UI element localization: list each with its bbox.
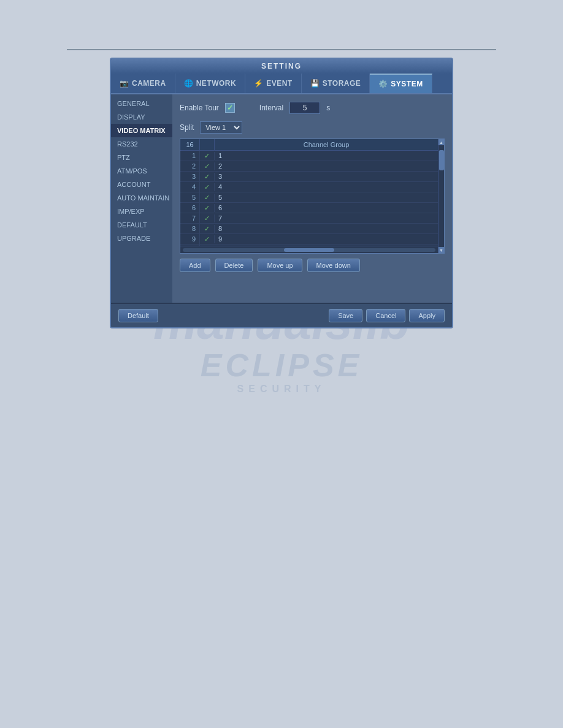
sidebar-item-auto-maintain[interactable]: AUTO MAINTAIN: [111, 191, 172, 205]
cancel-button[interactable]: Cancel: [366, 309, 405, 322]
storage-icon: 💾: [310, 79, 320, 88]
scroll-down-button[interactable]: ▼: [439, 247, 445, 253]
header-num: 16: [180, 139, 200, 150]
title-bar: SETTING: [111, 59, 452, 74]
apply-button[interactable]: Apply: [409, 309, 445, 322]
sidebar-item-imp-exp[interactable]: IMP/EXP: [111, 205, 172, 218]
settings-window: SETTING 📷 CAMERA 🌐 NETWORK ⚡ EVENT 💾 STO…: [110, 58, 453, 328]
sidebar: GENERAL DISPLAY VIDEO MATRIX RS232 PTZ A…: [111, 94, 172, 303]
table-row[interactable]: 1 ✓ 1: [180, 151, 438, 161]
main-panel: Enable Tour ✓ Interval s Split View 1 Vi…: [172, 94, 452, 303]
table-row[interactable]: 9 ✓ 9: [180, 234, 438, 245]
sidebar-item-upgrade[interactable]: UPGRADE: [111, 232, 172, 245]
tab-camera[interactable]: 📷 CAMERA: [111, 74, 175, 93]
sidebar-item-display[interactable]: DISPLAY: [111, 110, 172, 124]
scroll-up-button[interactable]: ▲: [439, 139, 445, 145]
window-title: SETTING: [261, 62, 302, 70]
table-wrapper: 16 Channel Group 1 ✓ 1: [180, 139, 444, 253]
interval-input[interactable]: [289, 102, 320, 114]
default-button[interactable]: Default: [118, 309, 158, 322]
table-inner: 16 Channel Group 1 ✓ 1: [180, 139, 438, 253]
add-button[interactable]: Add: [180, 259, 210, 272]
content-area: GENERAL DISPLAY VIDEO MATRIX RS232 PTZ A…: [111, 94, 452, 303]
network-icon: 🌐: [184, 79, 194, 88]
table-row[interactable]: 2 ✓ 2: [180, 161, 438, 172]
table-body: 1 ✓ 1 2 ✓ 2 3 ✓: [180, 151, 438, 246]
sidebar-item-ptz[interactable]: PTZ: [111, 151, 172, 164]
camera-icon: 📷: [120, 79, 129, 88]
table-row[interactable]: 5 ✓ 5: [180, 192, 438, 203]
move-down-button[interactable]: Move down: [307, 259, 360, 272]
move-up-button[interactable]: Move up: [258, 259, 302, 272]
tab-network[interactable]: 🌐 NETWORK: [175, 74, 246, 93]
table-row[interactable]: 6 ✓ 6: [180, 203, 438, 213]
header-check: [200, 139, 215, 150]
event-icon: ⚡: [254, 79, 264, 88]
system-icon: ⚙️: [378, 80, 388, 88]
sidebar-item-atm-pos[interactable]: ATM/POS: [111, 164, 172, 178]
table-row[interactable]: 8 ✓ 8: [180, 224, 438, 234]
tab-system[interactable]: ⚙️ SYSTEM: [370, 74, 432, 93]
table-header: 16 Channel Group: [180, 139, 438, 151]
delete-button[interactable]: Delete: [215, 259, 253, 272]
sidebar-item-video-matrix[interactable]: VIDEO MATRIX: [111, 124, 172, 137]
horizontal-scrollbar[interactable]: [180, 246, 438, 253]
interval-label: Interval: [259, 104, 283, 112]
table-row[interactable]: 7 ✓ 7: [180, 213, 438, 224]
top-divider: [67, 49, 496, 50]
enable-tour-label: Enable Tour: [180, 104, 219, 112]
vertical-scrollbar[interactable]: ▲ ▼: [438, 139, 444, 253]
table-row[interactable]: 10 ✓ 10: [180, 245, 438, 246]
tab-storage[interactable]: 💾 STORAGE: [302, 74, 370, 93]
sidebar-item-default[interactable]: DEFAULT: [111, 218, 172, 232]
table-row[interactable]: 4 ✓ 4: [180, 182, 438, 192]
header-group: Channel Group: [215, 139, 438, 150]
bottom-bar: Default Save Cancel Apply: [111, 303, 452, 327]
enable-tour-checkbox[interactable]: ✓: [225, 103, 235, 113]
interval-unit: s: [326, 104, 330, 112]
tab-bar: 📷 CAMERA 🌐 NETWORK ⚡ EVENT 💾 STORAGE ⚙️ …: [111, 74, 452, 94]
sidebar-item-general[interactable]: GENERAL: [111, 97, 172, 110]
enable-tour-row: Enable Tour ✓ Interval s: [180, 102, 445, 114]
save-button[interactable]: Save: [329, 309, 362, 322]
right-button-group: Save Cancel Apply: [329, 309, 445, 322]
split-label: Split: [180, 123, 194, 132]
tab-event[interactable]: ⚡ EVENT: [245, 74, 302, 93]
eclipse-logo: ECLIPSE: [110, 347, 453, 384]
table-row[interactable]: 3 ✓ 3: [180, 172, 438, 182]
channel-table: 16 Channel Group 1 ✓ 1: [180, 138, 445, 254]
sidebar-item-rs232[interactable]: RS232: [111, 137, 172, 151]
eclipse-brand: ECLIPSE SECURITY: [110, 347, 453, 395]
eclipse-security: SECURITY: [110, 384, 453, 395]
split-select[interactable]: View 1 View 4 View 8 View 16: [200, 121, 242, 134]
sidebar-item-account[interactable]: ACCOUNT: [111, 178, 172, 191]
split-row: Split View 1 View 4 View 8 View 16: [180, 121, 445, 134]
action-button-row: Add Delete Move up Move down: [180, 259, 445, 272]
